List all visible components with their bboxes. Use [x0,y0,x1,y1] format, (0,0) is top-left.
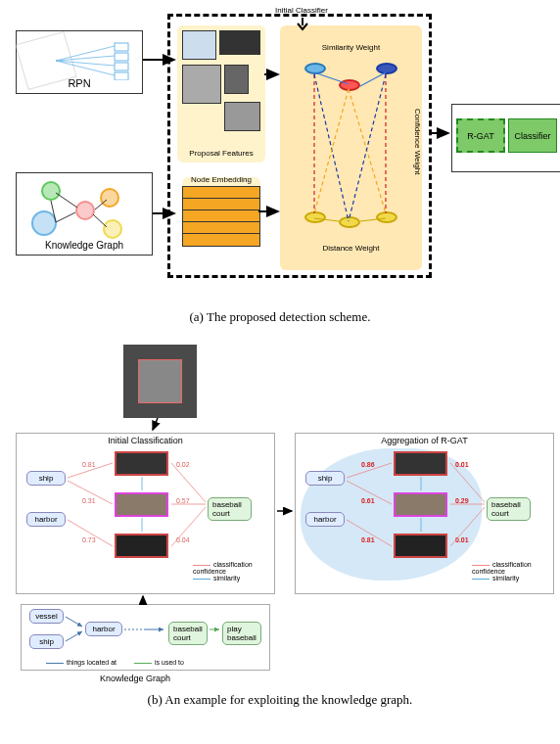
proposal-features-region: Proposal Features [177,25,265,163]
svg-line-16 [314,74,349,221]
rpn-box: RPN [16,30,143,94]
svg-line-11 [51,201,56,222]
legend-similarity: similarity [492,575,519,581]
rpn-rays-icon [56,41,134,80]
legend-confidence: classification confidence [472,561,532,575]
initial-classifier-label: Initial Classifier [272,6,331,15]
svg-line-38 [347,520,392,546]
svg-line-45 [66,631,82,641]
svg-line-22 [360,218,386,221]
node-embedding-region: Node Embedding [182,177,260,246]
input-image [123,345,197,418]
svg-rect-4 [115,43,128,51]
svg-line-37 [347,481,392,504]
diagram-a: RPN Knowledge Graph Proposal Features No… [6,6,554,300]
diagram-b: Initial Classification ship harbor baseb… [6,340,554,682]
proposal-thumb [219,30,260,55]
svg-line-13 [314,72,349,84]
rgat-label: R-GAT [467,131,493,141]
svg-rect-6 [115,63,128,70]
initial-classification-panel: Initial Classification ship harbor baseb… [16,433,275,594]
proposal-features-label: Proposal Features [177,149,265,158]
weight-graph-region: Similarity Weight Distance Weight [280,25,422,270]
kg-box: Knowledge Graph [16,172,153,256]
rgat-box: R-GAT [456,118,505,153]
svg-line-41 [450,507,485,546]
kg-panel: vessel ship harbor baseball court play b… [21,604,270,671]
svg-line-21 [314,218,339,221]
svg-line-36 [347,463,392,478]
rpn-label: RPN [17,77,142,89]
proposal-thumb [182,30,216,60]
svg-line-17 [349,89,386,213]
legend-similarity: similarity [213,575,240,581]
svg-line-44 [66,617,82,627]
legend: classification confidence similarity [193,561,274,581]
svg-line-28 [68,463,113,478]
weight-graph-edges [280,25,422,270]
svg-line-8 [56,193,77,208]
kg-title: Knowledge Graph [100,674,170,683]
proposal-thumb [224,102,260,131]
svg-rect-5 [115,53,128,61]
svg-line-31 [171,463,206,502]
svg-line-18 [314,89,349,213]
confidence-weight-label: Confidence Weight [413,109,422,174]
svg-line-10 [56,212,75,222]
svg-line-12 [93,214,107,227]
caption-b: (b) An example for exploiting the knowle… [0,692,560,708]
rgat-panel: Aggregation of R-GAT ship harbor basebal… [295,433,554,594]
svg-line-30 [68,520,113,546]
kg-edges-icon [17,173,154,242]
svg-line-33 [171,507,206,546]
legend-confidence: classification confidence [193,561,253,575]
svg-line-20 [349,74,386,221]
kg-label: Knowledge Graph [17,240,152,251]
classifier-label: Classifier [514,131,550,141]
svg-line-9 [95,200,107,209]
svg-line-14 [360,72,386,86]
legend-used-to: is used to [134,659,184,666]
caption-a: (a) The proposed detection scheme. [0,309,560,325]
input-image-proposal [138,359,182,403]
legend: classification confidence similarity [472,561,553,581]
proposal-thumb [224,65,249,94]
svg-line-29 [68,481,113,504]
svg-line-39 [450,463,485,502]
svg-line-49 [153,418,158,430]
legend-located-at: things located at [46,659,117,666]
kg-arrows [22,605,276,664]
proposal-thumb [182,65,221,104]
node-embedding-label: Node Embedding [182,175,260,184]
classifier-box: Classifier [508,118,557,153]
arrow-down-icon [296,18,309,31]
